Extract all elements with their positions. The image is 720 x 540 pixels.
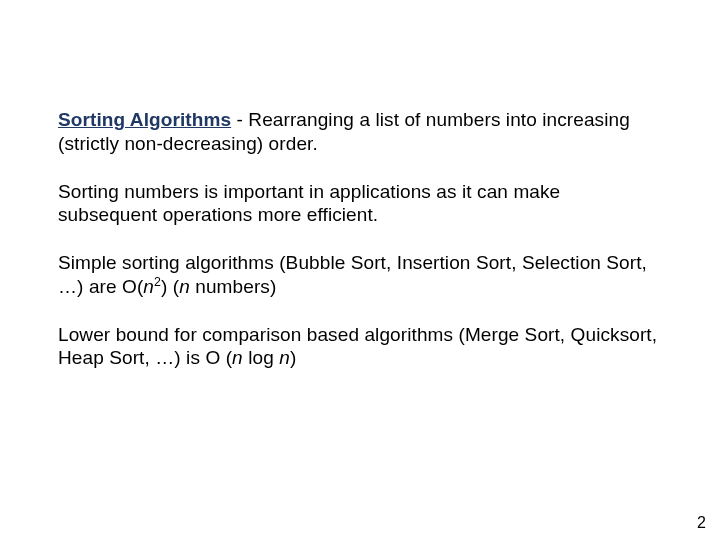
- paragraph-1: Sorting Algorithms - Rearranging a list …: [58, 108, 662, 156]
- paragraph-3-mid: ) (: [161, 276, 179, 297]
- paragraph-4: Lower bound for comparison based algorit…: [58, 323, 662, 371]
- exponent-2: 2: [154, 274, 161, 288]
- paragraph-4-prefix: Lower bound for comparison based algorit…: [58, 324, 657, 369]
- page-number: 2: [697, 514, 706, 532]
- paragraph-3: Simple sorting algorithms (Bubble Sort, …: [58, 251, 662, 299]
- paragraph-3-suffix: numbers): [190, 276, 276, 297]
- var-n: n: [143, 276, 154, 297]
- log-text: log: [243, 347, 279, 368]
- var-n-3: n: [232, 347, 243, 368]
- heading-sorting-algorithms: Sorting Algorithms: [58, 109, 231, 130]
- paragraph-4-suffix: ): [290, 347, 296, 368]
- slide: Sorting Algorithms - Rearranging a list …: [0, 0, 720, 540]
- var-n-2: n: [179, 276, 190, 297]
- paragraph-2: Sorting numbers is important in applicat…: [58, 180, 662, 228]
- var-n-4: n: [279, 347, 290, 368]
